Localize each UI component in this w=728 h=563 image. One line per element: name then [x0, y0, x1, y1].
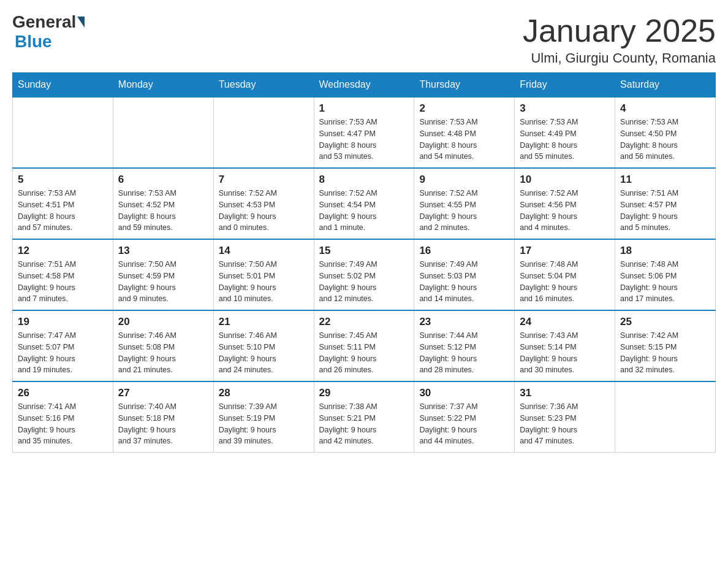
calendar-cell: 10Sunrise: 7:52 AMSunset: 4:56 PMDayligh…	[515, 168, 615, 239]
day-number: 2	[419, 102, 509, 115]
day-info: Sunrise: 7:53 AMSunset: 4:50 PMDaylight:…	[620, 117, 710, 163]
week-row-1: 1Sunrise: 7:53 AMSunset: 4:47 PMDaylight…	[13, 97, 716, 168]
logo: General Blue	[12, 12, 86, 52]
day-number: 27	[118, 387, 208, 399]
day-info: Sunrise: 7:41 AMSunset: 5:16 PMDaylight:…	[18, 401, 108, 447]
calendar-cell: 14Sunrise: 7:50 AMSunset: 5:01 PMDayligh…	[213, 239, 314, 310]
day-number: 3	[520, 102, 610, 115]
day-number: 22	[319, 316, 409, 328]
calendar-cell: 3Sunrise: 7:53 AMSunset: 4:49 PMDaylight…	[515, 97, 615, 168]
calendar-cell: 20Sunrise: 7:46 AMSunset: 5:08 PMDayligh…	[113, 310, 213, 381]
page-header: General Blue January 2025 Ulmi, Giurgiu …	[12, 12, 716, 66]
day-info: Sunrise: 7:46 AMSunset: 5:08 PMDaylight:…	[118, 330, 208, 376]
day-info: Sunrise: 7:51 AMSunset: 4:58 PMDaylight:…	[18, 259, 108, 305]
day-info: Sunrise: 7:48 AMSunset: 5:06 PMDaylight:…	[620, 259, 710, 305]
calendar-cell: 17Sunrise: 7:48 AMSunset: 5:04 PMDayligh…	[515, 239, 615, 310]
day-info: Sunrise: 7:46 AMSunset: 5:10 PMDaylight:…	[219, 330, 309, 376]
day-number: 29	[319, 387, 409, 399]
calendar-cell: 12Sunrise: 7:51 AMSunset: 4:58 PMDayligh…	[13, 239, 113, 310]
day-info: Sunrise: 7:47 AMSunset: 5:07 PMDaylight:…	[18, 330, 108, 376]
day-number: 14	[219, 245, 309, 257]
day-number: 21	[219, 316, 309, 328]
day-number: 26	[18, 387, 108, 399]
calendar-cell	[113, 97, 213, 168]
day-number: 31	[520, 387, 610, 399]
day-header-monday: Monday	[113, 73, 213, 98]
day-number: 13	[118, 245, 208, 257]
day-number: 6	[118, 174, 208, 186]
month-title: January 2025	[523, 12, 716, 49]
day-info: Sunrise: 7:53 AMSunset: 4:49 PMDaylight:…	[520, 117, 610, 163]
day-number: 7	[219, 174, 309, 186]
calendar-cell: 5Sunrise: 7:53 AMSunset: 4:51 PMDaylight…	[13, 168, 113, 239]
day-number: 1	[319, 102, 409, 115]
logo-blue-text: Blue	[15, 32, 52, 51]
calendar-cell: 27Sunrise: 7:40 AMSunset: 5:18 PMDayligh…	[113, 381, 213, 453]
day-number: 12	[18, 245, 108, 257]
week-row-2: 5Sunrise: 7:53 AMSunset: 4:51 PMDaylight…	[13, 168, 716, 239]
day-number: 20	[118, 316, 208, 328]
day-number: 28	[219, 387, 309, 399]
day-info: Sunrise: 7:52 AMSunset: 4:55 PMDaylight:…	[419, 188, 509, 234]
calendar-cell: 9Sunrise: 7:52 AMSunset: 4:55 PMDaylight…	[414, 168, 515, 239]
calendar-cell: 31Sunrise: 7:36 AMSunset: 5:23 PMDayligh…	[515, 381, 615, 453]
day-info: Sunrise: 7:37 AMSunset: 5:22 PMDaylight:…	[419, 401, 509, 447]
day-number: 16	[419, 245, 509, 257]
logo-general-text: General	[12, 12, 76, 32]
calendar-cell: 30Sunrise: 7:37 AMSunset: 5:22 PMDayligh…	[414, 381, 515, 453]
calendar-cell	[213, 97, 314, 168]
calendar-cell: 18Sunrise: 7:48 AMSunset: 5:06 PMDayligh…	[615, 239, 716, 310]
week-row-5: 26Sunrise: 7:41 AMSunset: 5:16 PMDayligh…	[13, 381, 716, 453]
day-info: Sunrise: 7:52 AMSunset: 4:54 PMDaylight:…	[319, 188, 409, 234]
day-number: 17	[520, 245, 610, 257]
day-info: Sunrise: 7:53 AMSunset: 4:52 PMDaylight:…	[118, 188, 208, 234]
day-info: Sunrise: 7:45 AMSunset: 5:11 PMDaylight:…	[319, 330, 409, 376]
logo-arrow-icon	[77, 17, 85, 28]
calendar-cell: 13Sunrise: 7:50 AMSunset: 4:59 PMDayligh…	[113, 239, 213, 310]
week-row-3: 12Sunrise: 7:51 AMSunset: 4:58 PMDayligh…	[13, 239, 716, 310]
calendar-cell: 24Sunrise: 7:43 AMSunset: 5:14 PMDayligh…	[515, 310, 615, 381]
day-header-thursday: Thursday	[414, 73, 515, 98]
calendar-cell: 29Sunrise: 7:38 AMSunset: 5:21 PMDayligh…	[314, 381, 414, 453]
calendar-cell: 22Sunrise: 7:45 AMSunset: 5:11 PMDayligh…	[314, 310, 414, 381]
calendar-cell: 25Sunrise: 7:42 AMSunset: 5:15 PMDayligh…	[615, 310, 716, 381]
calendar-cell: 4Sunrise: 7:53 AMSunset: 4:50 PMDaylight…	[615, 97, 716, 168]
day-number: 23	[419, 316, 509, 328]
calendar-cell: 23Sunrise: 7:44 AMSunset: 5:12 PMDayligh…	[414, 310, 515, 381]
day-info: Sunrise: 7:49 AMSunset: 5:02 PMDaylight:…	[319, 259, 409, 305]
day-number: 8	[319, 174, 409, 186]
calendar-cell: 8Sunrise: 7:52 AMSunset: 4:54 PMDaylight…	[314, 168, 414, 239]
calendar-cell: 21Sunrise: 7:46 AMSunset: 5:10 PMDayligh…	[213, 310, 314, 381]
day-header-tuesday: Tuesday	[213, 73, 314, 98]
calendar-table: SundayMondayTuesdayWednesdayThursdayFrid…	[12, 72, 716, 453]
week-row-4: 19Sunrise: 7:47 AMSunset: 5:07 PMDayligh…	[13, 310, 716, 381]
day-info: Sunrise: 7:51 AMSunset: 4:57 PMDaylight:…	[620, 188, 710, 234]
day-info: Sunrise: 7:44 AMSunset: 5:12 PMDaylight:…	[419, 330, 509, 376]
calendar-cell: 15Sunrise: 7:49 AMSunset: 5:02 PMDayligh…	[314, 239, 414, 310]
calendar-header-row: SundayMondayTuesdayWednesdayThursdayFrid…	[13, 73, 716, 98]
day-info: Sunrise: 7:48 AMSunset: 5:04 PMDaylight:…	[520, 259, 610, 305]
calendar-cell	[13, 97, 113, 168]
day-info: Sunrise: 7:50 AMSunset: 4:59 PMDaylight:…	[118, 259, 208, 305]
calendar-cell: 11Sunrise: 7:51 AMSunset: 4:57 PMDayligh…	[615, 168, 716, 239]
day-info: Sunrise: 7:43 AMSunset: 5:14 PMDaylight:…	[520, 330, 610, 376]
day-info: Sunrise: 7:40 AMSunset: 5:18 PMDaylight:…	[118, 401, 208, 447]
day-header-friday: Friday	[515, 73, 615, 98]
day-number: 19	[18, 316, 108, 328]
day-info: Sunrise: 7:36 AMSunset: 5:23 PMDaylight:…	[520, 401, 610, 447]
title-section: January 2025 Ulmi, Giurgiu County, Roman…	[523, 12, 716, 66]
location-title: Ulmi, Giurgiu County, Romania	[523, 50, 716, 66]
day-info: Sunrise: 7:50 AMSunset: 5:01 PMDaylight:…	[219, 259, 309, 305]
day-info: Sunrise: 7:39 AMSunset: 5:19 PMDaylight:…	[219, 401, 309, 447]
day-number: 5	[18, 174, 108, 186]
day-info: Sunrise: 7:38 AMSunset: 5:21 PMDaylight:…	[319, 401, 409, 447]
calendar-cell: 26Sunrise: 7:41 AMSunset: 5:16 PMDayligh…	[13, 381, 113, 453]
day-number: 25	[620, 316, 710, 328]
day-header-saturday: Saturday	[615, 73, 716, 98]
day-info: Sunrise: 7:53 AMSunset: 4:51 PMDaylight:…	[18, 188, 108, 234]
day-number: 10	[520, 174, 610, 186]
calendar-cell: 2Sunrise: 7:53 AMSunset: 4:48 PMDaylight…	[414, 97, 515, 168]
day-info: Sunrise: 7:53 AMSunset: 4:47 PMDaylight:…	[319, 117, 409, 163]
calendar-cell: 28Sunrise: 7:39 AMSunset: 5:19 PMDayligh…	[213, 381, 314, 453]
calendar-cell: 6Sunrise: 7:53 AMSunset: 4:52 PMDaylight…	[113, 168, 213, 239]
